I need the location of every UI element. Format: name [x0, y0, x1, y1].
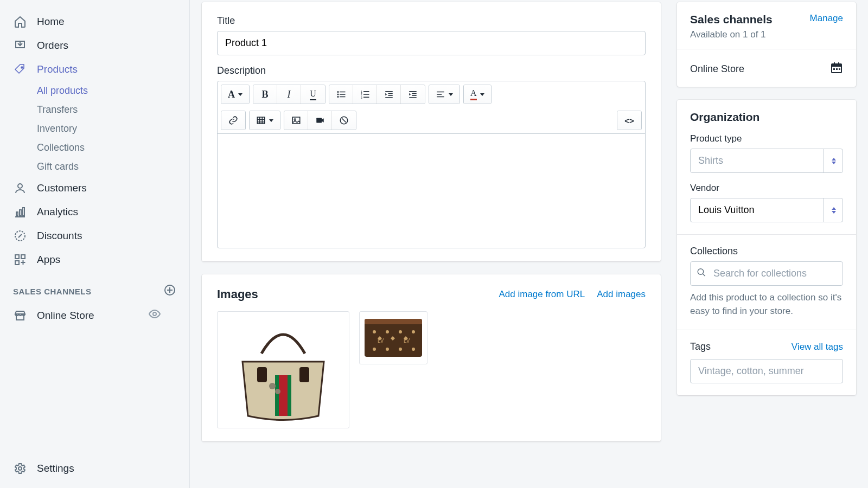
rte-align-dropdown[interactable]	[429, 85, 459, 104]
nav-customers[interactable]: Customers	[0, 176, 189, 200]
product-type-select[interactable]	[690, 149, 843, 173]
nav-orders[interactable]: Orders	[0, 34, 189, 57]
sales-channels-heading: Sales channels	[690, 13, 773, 26]
svg-text:3: 3	[360, 96, 362, 99]
nav-products-submenu: All products Transfers Inventory Collect…	[0, 81, 189, 176]
svg-rect-17	[340, 97, 346, 98]
svg-rect-6	[15, 255, 19, 259]
svg-rect-31	[409, 97, 417, 98]
sales-channels-card: Sales channels Available on 1 of 1 Manag…	[677, 2, 856, 87]
rte-format-dropdown[interactable]: A	[221, 85, 249, 104]
nav-analytics-label: Analytics	[37, 206, 78, 218]
nav-analytics[interactable]: Analytics	[0, 200, 189, 224]
svg-point-14	[337, 96, 339, 98]
svg-rect-38	[316, 118, 322, 123]
tags-input[interactable]	[690, 359, 843, 383]
svg-point-37	[294, 119, 296, 120]
svg-point-57	[412, 348, 415, 351]
nav-products-label: Products	[37, 63, 78, 75]
svg-point-51	[412, 330, 415, 333]
subnav-gift-cards[interactable]: Gift cards	[37, 157, 189, 176]
nav-home[interactable]: Home	[0, 10, 189, 34]
rte-table-dropdown[interactable]	[250, 111, 280, 130]
add-channel-button[interactable]	[163, 284, 176, 299]
rte-italic-button[interactable]: I	[277, 85, 301, 104]
products-icon	[13, 62, 27, 76]
svg-point-56	[399, 348, 402, 351]
svg-rect-43	[299, 367, 309, 382]
rte-video-button[interactable]	[308, 111, 332, 130]
analytics-icon	[13, 205, 27, 219]
nav-home-label: Home	[37, 16, 65, 28]
svg-rect-26	[388, 95, 392, 97]
svg-point-1	[18, 184, 22, 188]
svg-rect-3	[20, 210, 21, 216]
tags-label: Tags	[690, 341, 711, 352]
organization-heading: Organization	[690, 111, 843, 124]
nav-customers-label: Customers	[37, 182, 87, 194]
svg-rect-16	[340, 94, 346, 95]
collections-search-input[interactable]	[690, 261, 843, 286]
channel-online-store[interactable]: Online Store	[0, 303, 189, 328]
svg-rect-25	[388, 93, 392, 94]
handbag-illustration	[224, 316, 343, 424]
title-input[interactable]	[217, 31, 646, 55]
rte-indent-button[interactable]	[401, 85, 425, 104]
subnav-transfers[interactable]: Transfers	[37, 100, 189, 119]
svg-rect-15	[340, 92, 346, 93]
add-image-url-link[interactable]: Add image from URL	[499, 289, 585, 300]
svg-point-54	[373, 348, 376, 351]
svg-rect-32	[437, 92, 444, 93]
svg-rect-63	[836, 68, 838, 70]
images-card: Images Add image from URL Add images	[202, 274, 661, 441]
nav-orders-label: Orders	[37, 40, 68, 52]
add-images-link[interactable]: Add images	[597, 289, 646, 300]
rte-link-button[interactable]	[221, 111, 245, 130]
nav-settings[interactable]: Settings	[0, 457, 189, 480]
svg-rect-30	[412, 95, 417, 97]
calendar-icon[interactable]	[830, 61, 843, 77]
rte-outdent-button[interactable]	[377, 85, 401, 104]
rte-image-button[interactable]	[284, 111, 308, 130]
svg-rect-41	[279, 375, 288, 416]
svg-point-50	[399, 330, 402, 333]
svg-rect-8	[15, 261, 19, 265]
nav-discounts-label: Discounts	[37, 230, 82, 242]
rte-color-dropdown[interactable]: A	[464, 85, 491, 104]
rte-toolbar: A B I U 123	[218, 81, 645, 134]
product-image-1[interactable]	[217, 311, 349, 428]
subnav-collections[interactable]: Collections	[37, 138, 189, 157]
subnav-inventory[interactable]: Inventory	[37, 119, 189, 138]
rte-clear-format-button[interactable]	[332, 111, 356, 130]
rte-bullet-list-button[interactable]	[329, 85, 353, 104]
title-label: Title	[217, 15, 646, 27]
rte-numbered-list-button[interactable]: 123	[353, 85, 377, 104]
nav-discounts[interactable]: Discounts	[0, 224, 189, 248]
rte-underline-button[interactable]: U	[301, 85, 325, 104]
subnav-all-products[interactable]: All products	[37, 81, 189, 100]
rte-html-button[interactable]: <>	[617, 111, 641, 130]
nav-apps[interactable]: Apps	[0, 248, 189, 272]
product-image-2[interactable]: LVLV	[359, 311, 427, 364]
svg-point-45	[275, 389, 280, 394]
view-store-icon[interactable]	[148, 307, 176, 323]
main-content: Title Description A B I	[190, 0, 868, 488]
settings-icon	[13, 461, 27, 476]
collections-label: Collections	[690, 246, 843, 257]
manage-channels-link[interactable]: Manage	[810, 13, 843, 24]
svg-rect-27	[385, 97, 393, 98]
apps-icon	[13, 253, 27, 267]
view-all-tags-link[interactable]: View all tags	[792, 342, 843, 352]
rte-bold-button[interactable]: B	[253, 85, 277, 104]
images-heading: Images	[217, 287, 258, 301]
svg-rect-61	[838, 62, 839, 65]
description-textarea[interactable]	[218, 134, 645, 248]
svg-rect-64	[839, 68, 840, 70]
svg-point-44	[269, 383, 276, 389]
nav-products[interactable]: Products	[0, 57, 189, 81]
discounts-icon	[13, 229, 27, 243]
vendor-select[interactable]	[690, 198, 843, 222]
svg-rect-62	[833, 68, 835, 70]
svg-rect-2	[16, 212, 18, 216]
svg-rect-33	[437, 94, 442, 95]
